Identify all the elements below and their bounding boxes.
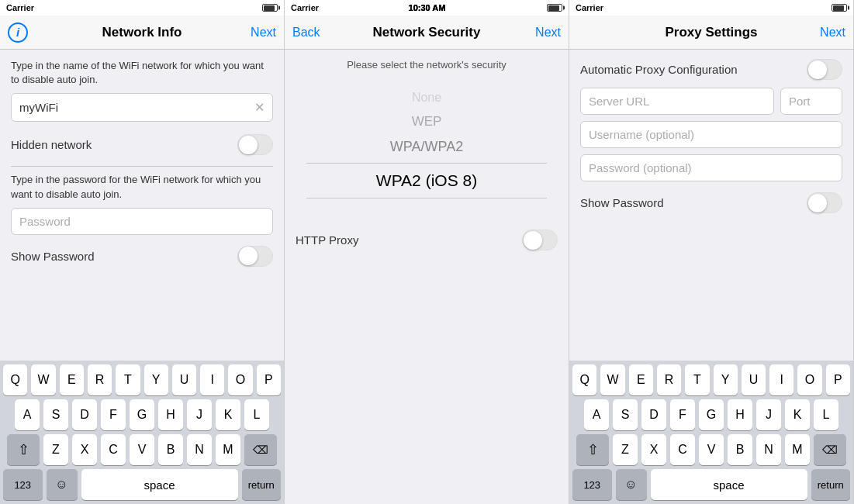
- key-f[interactable]: F: [101, 399, 126, 430]
- key-g[interactable]: G: [130, 399, 154, 430]
- key3-n[interactable]: N: [756, 434, 781, 465]
- key3-f[interactable]: F: [670, 399, 695, 430]
- next-btn-3[interactable]: Next: [820, 26, 845, 40]
- key3-h[interactable]: H: [728, 399, 752, 430]
- http-proxy-row: HTTP Proxy: [296, 225, 558, 255]
- hidden-network-toggle[interactable]: [237, 134, 273, 155]
- key-b[interactable]: B: [158, 434, 183, 465]
- key-e[interactable]: E: [60, 364, 84, 395]
- auto-proxy-toggle[interactable]: [807, 59, 842, 80]
- next-btn-2[interactable]: Next: [535, 26, 561, 40]
- key-k[interactable]: K: [216, 399, 240, 430]
- key3-p[interactable]: P: [826, 364, 850, 395]
- key3-r[interactable]: R: [657, 364, 681, 395]
- key-o[interactable]: O: [228, 364, 252, 395]
- space-key-3[interactable]: space: [651, 469, 807, 500]
- key-q[interactable]: Q: [3, 364, 27, 395]
- key3-y[interactable]: Y: [714, 364, 738, 395]
- key-i[interactable]: I: [200, 364, 224, 395]
- key-y[interactable]: Y: [144, 364, 168, 395]
- password-field-1[interactable]: [11, 208, 273, 235]
- delete-key[interactable]: ⌫: [244, 434, 277, 465]
- key3-w[interactable]: W: [600, 364, 624, 395]
- wifi-name-input[interactable]: [19, 101, 254, 114]
- key-n[interactable]: N: [187, 434, 212, 465]
- key3-d[interactable]: D: [641, 399, 666, 430]
- key3-g[interactable]: G: [699, 399, 724, 430]
- key-s[interactable]: S: [43, 399, 68, 430]
- key-p[interactable]: P: [257, 364, 281, 395]
- kb3-row-1: Q W E R T Y U I O P: [572, 364, 850, 395]
- key3-v[interactable]: V: [699, 434, 724, 465]
- toggle-knob-proxy: [808, 60, 827, 79]
- server-url-field[interactable]: [580, 88, 774, 115]
- emoji-key-3[interactable]: ☺: [616, 469, 647, 500]
- http-proxy-toggle[interactable]: [522, 230, 558, 250]
- key-m[interactable]: M: [216, 434, 240, 465]
- key-c[interactable]: C: [101, 434, 126, 465]
- kb-row-2: A S D F G H J K L: [3, 399, 281, 430]
- key-d[interactable]: D: [72, 399, 97, 430]
- delete-key-3[interactable]: ⌫: [814, 434, 846, 465]
- key-u[interactable]: U: [172, 364, 196, 395]
- key3-t[interactable]: T: [685, 364, 709, 395]
- key3-o[interactable]: O: [797, 364, 821, 395]
- key-w[interactable]: W: [31, 364, 55, 395]
- security-wpa[interactable]: WPA/WPA2: [296, 134, 558, 160]
- info-icon[interactable]: i: [8, 22, 28, 43]
- key3-l[interactable]: L: [814, 399, 838, 430]
- num-key[interactable]: 123: [3, 469, 43, 500]
- space-key[interactable]: space: [81, 469, 238, 500]
- shift-key-3[interactable]: ⇧: [576, 434, 609, 465]
- clear-btn[interactable]: ✕: [254, 100, 264, 115]
- security-divider: [306, 163, 547, 164]
- key3-m[interactable]: M: [785, 434, 810, 465]
- password-input-1[interactable]: [19, 215, 264, 228]
- key3-k[interactable]: K: [785, 399, 810, 430]
- return-key-3[interactable]: return: [811, 469, 851, 500]
- key-z[interactable]: Z: [43, 434, 68, 465]
- security-wep[interactable]: WEP: [296, 109, 558, 134]
- key3-s[interactable]: S: [613, 399, 638, 430]
- shift-key[interactable]: ⇧: [7, 434, 40, 465]
- key3-x[interactable]: X: [641, 434, 666, 465]
- emoji-key[interactable]: ☺: [47, 469, 78, 500]
- username-input[interactable]: [589, 128, 834, 141]
- proxy-password-field[interactable]: [580, 154, 842, 181]
- username-field[interactable]: [580, 121, 842, 148]
- http-proxy-section: HTTP Proxy: [296, 225, 558, 255]
- key3-b[interactable]: B: [728, 434, 752, 465]
- key-r[interactable]: R: [88, 364, 112, 395]
- server-url-input[interactable]: [589, 95, 766, 108]
- nav-title-2: Network Security: [373, 25, 481, 40]
- key-v[interactable]: V: [130, 434, 154, 465]
- security-none[interactable]: None: [296, 86, 558, 109]
- key-t[interactable]: T: [116, 364, 140, 395]
- key3-z[interactable]: Z: [613, 434, 638, 465]
- key3-e[interactable]: E: [629, 364, 653, 395]
- security-wpa2[interactable]: WPA2 (iOS 8): [296, 167, 558, 195]
- key3-j[interactable]: J: [756, 399, 781, 430]
- show-password-toggle-1[interactable]: [237, 246, 273, 267]
- key3-i[interactable]: I: [769, 364, 793, 395]
- key3-q[interactable]: Q: [572, 364, 596, 395]
- return-key[interactable]: return: [242, 469, 282, 500]
- kb-row-3: ⇧ Z X C V B N M ⌫: [3, 434, 281, 465]
- key-x[interactable]: X: [72, 434, 97, 465]
- key-h[interactable]: H: [158, 399, 183, 430]
- back-btn-2[interactable]: Back: [292, 26, 320, 40]
- num-key-3[interactable]: 123: [572, 469, 612, 500]
- key-j[interactable]: J: [187, 399, 212, 430]
- proxy-password-input[interactable]: [589, 161, 834, 174]
- wifi-name-field[interactable]: ✕: [11, 93, 273, 122]
- next-btn-1[interactable]: Next: [251, 26, 276, 40]
- key3-a[interactable]: A: [584, 399, 609, 430]
- show-password-toggle-3[interactable]: [807, 192, 842, 213]
- key-l[interactable]: L: [244, 399, 269, 430]
- key3-c[interactable]: C: [670, 434, 695, 465]
- key3-u[interactable]: U: [742, 364, 766, 395]
- port-field[interactable]: [780, 88, 842, 115]
- port-input[interactable]: [789, 95, 834, 108]
- carrier-2: Carrier: [291, 3, 319, 12]
- key-a[interactable]: A: [15, 399, 40, 430]
